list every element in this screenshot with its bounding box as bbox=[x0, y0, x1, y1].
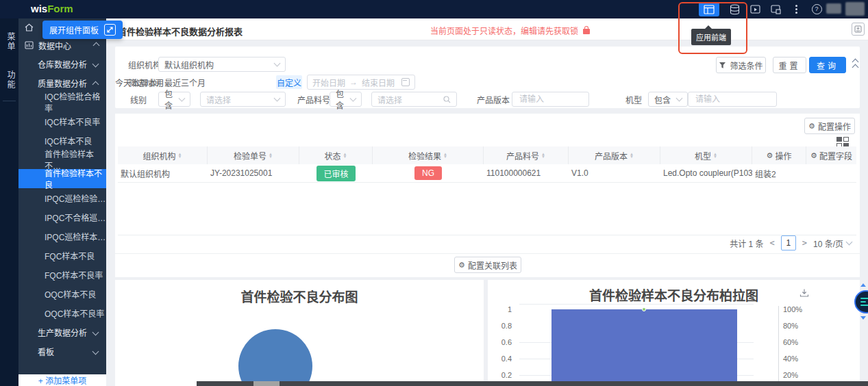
sidebar-item[interactable]: IPQC不合格巡… bbox=[18, 207, 106, 227]
y-axis-right-ticks: 100%80%60%40%20% bbox=[783, 280, 817, 386]
sidebar-item[interactable]: 首件检验样本不良 bbox=[18, 169, 106, 188]
help-icon[interactable]: ? bbox=[811, 4, 822, 15]
config-actions-button[interactable]: ⚙ 配置操作 bbox=[804, 118, 855, 134]
readonly-notice-text: 当前页面处于只读状态，编辑请先获取锁 bbox=[430, 25, 578, 36]
version-label: 产品版本 bbox=[471, 92, 510, 107]
table-header-cell[interactable]: ⚙ 状态 ▲▼ bbox=[299, 146, 373, 164]
topbar: wisForm ? bbox=[0, 0, 868, 18]
sort-icon: ▲▼ bbox=[630, 153, 634, 158]
page-header: 首件检验样本不良数据分析报表 当前页面处于只读状态，编辑请先获取锁 bbox=[106, 18, 868, 40]
material-operator-select[interactable]: 包含 bbox=[330, 92, 362, 107]
table-header-cell[interactable]: ⚙ 组织机构 ▲▼ bbox=[118, 146, 208, 164]
filter-conditions-button[interactable]: 筛选条件 bbox=[716, 57, 766, 73]
scrollbar-thumb[interactable] bbox=[253, 381, 280, 386]
date-range-picker[interactable]: 开始日期 → 结束日期 bbox=[307, 75, 415, 90]
result-badge: NG bbox=[414, 166, 442, 180]
home-icon bbox=[25, 23, 34, 31]
model-operator-select[interactable]: 包含 bbox=[648, 92, 688, 107]
line-operator-select[interactable]: 包含 bbox=[158, 92, 190, 107]
material-select[interactable]: 请选择 bbox=[371, 92, 457, 107]
expand-icon bbox=[104, 24, 116, 36]
page-number-button[interactable]: 1 bbox=[781, 235, 796, 250]
filter-panel: 组织机构 默认组织机构 筛选条件 重置 查询 筛选时间 bbox=[115, 47, 860, 108]
sidebar-item-label: 质量数据分析 bbox=[38, 77, 87, 89]
table-header-cell[interactable]: ⚙ 检验结果 ▲▼ bbox=[373, 146, 484, 164]
sidebar-item[interactable]: 看板 bbox=[18, 342, 106, 361]
sidebar-item-label: IPQC不合格巡… bbox=[45, 211, 106, 223]
gear-icon: ⚙ bbox=[458, 261, 465, 270]
app-frontend-icon[interactable] bbox=[699, 2, 719, 16]
y-axis-tick-label: 40% bbox=[783, 355, 798, 363]
sidebar-item[interactable]: OQC样本不良 bbox=[18, 284, 106, 303]
pareto-line-point bbox=[642, 307, 646, 311]
column-label: 检验单号 bbox=[234, 150, 266, 162]
y-axis-tick-label: 0.4 bbox=[501, 355, 512, 363]
sidebar-item[interactable]: 质量数据分析 bbox=[18, 73, 106, 92]
sidebar-item[interactable]: 生产数据分析 bbox=[18, 322, 106, 342]
table-empty-area bbox=[118, 183, 856, 235]
more-icon[interactable] bbox=[791, 4, 802, 15]
query-button[interactable]: 查询 bbox=[809, 57, 846, 73]
line-select[interactable]: 请选择 bbox=[200, 92, 286, 107]
table-header-cell[interactable]: ⚙ 配置字段 ▲▼ bbox=[806, 146, 856, 164]
sidebar-item[interactable]: IPQC巡检检验… bbox=[18, 188, 106, 207]
prev-page-button[interactable]: < bbox=[770, 238, 775, 248]
cell-material-no: 110100000621 bbox=[484, 168, 569, 178]
page-size-select[interactable]: 10 条/页 bbox=[813, 237, 852, 249]
collapse-filters-icon[interactable] bbox=[850, 57, 860, 72]
rail-divider bbox=[3, 101, 16, 101]
material-label: 产品料号 bbox=[292, 92, 330, 107]
sidebar-item[interactable]: IPQC巡检样本… bbox=[18, 227, 106, 246]
table-header-cell[interactable]: ⚙ 产品版本 ▲▼ bbox=[569, 146, 660, 164]
cell-extra: 组装2 bbox=[752, 168, 806, 179]
brand-logo[interactable]: wisForm bbox=[31, 3, 73, 14]
next-page-button[interactable]: > bbox=[802, 238, 807, 248]
pareto-chart-panel: 首件检验样本不良分布柏拉图 10.80.60.40.2 100%80%60%40… bbox=[488, 280, 860, 386]
sidebar-item[interactable]: FQC样本不良 bbox=[18, 246, 106, 265]
sidebar-item-label: OQC样本不良率 bbox=[45, 307, 104, 319]
org-select[interactable]: 默认组织机构 bbox=[158, 57, 286, 72]
add-menu-item-button[interactable]: + 添加菜单项 bbox=[18, 374, 106, 386]
reset-button[interactable]: 重置 bbox=[773, 57, 806, 73]
table-header-cell[interactable]: ⚙ 检验单号 ▲▼ bbox=[208, 146, 299, 164]
chevron-icon bbox=[92, 81, 99, 88]
funnel-icon bbox=[719, 62, 726, 69]
table-header-cell[interactable]: ⚙ 产品料号 ▲▼ bbox=[484, 146, 569, 164]
table-header-cell[interactable]: ⚙ 操作 ▲▼ bbox=[752, 146, 806, 164]
rail-tab-functions[interactable]: 功能 bbox=[5, 70, 16, 90]
data-center-icon bbox=[25, 41, 34, 49]
horizontal-scrollbar[interactable] bbox=[197, 381, 868, 386]
sidebar-item[interactable]: 仓库数据分析 bbox=[18, 54, 106, 73]
sidebar-item[interactable]: IQC检验批合格率 bbox=[18, 92, 106, 112]
sort-icon: ▲▼ bbox=[269, 153, 273, 158]
sidebar-item[interactable]: IQC样本不良 bbox=[18, 131, 106, 150]
config-linked-list-button[interactable]: ⚙ 配置关联列表 bbox=[454, 257, 521, 273]
sort-icon: ▲▼ bbox=[178, 153, 182, 158]
data-config-icon[interactable] bbox=[770, 4, 781, 15]
sidebar-item-label: IQC样本不良率 bbox=[45, 116, 100, 127]
time-option-list: 今天 本周 本月 最近三个月 bbox=[115, 75, 860, 90]
export-report-icon[interactable] bbox=[852, 23, 865, 36]
sidebar-item[interactable]: IQC样本不良率 bbox=[18, 112, 106, 131]
gear-icon: ⚙ bbox=[808, 122, 815, 131]
column-label: 组织机构 bbox=[143, 150, 176, 162]
sidebar-item-label: 数据中心 bbox=[38, 40, 71, 51]
expand-component-panel-button[interactable]: 展开组件面板 bbox=[42, 21, 123, 39]
table-row[interactable]: 默认组织机构 JY-20231025001 已审核 NG 11010000062… bbox=[118, 164, 856, 183]
chevron-down-icon bbox=[274, 60, 281, 67]
table-header-cell[interactable]: ⚙ 机型 ▲▼ bbox=[660, 146, 752, 164]
column-label: 产品料号 bbox=[506, 150, 539, 162]
sidebar-item[interactable]: 首件检验样本不… bbox=[18, 150, 106, 169]
search-icon bbox=[443, 96, 451, 103]
model-input[interactable] bbox=[688, 92, 777, 107]
rail-tab-menu[interactable]: 菜单 bbox=[5, 32, 16, 51]
screen-preview-icon[interactable] bbox=[749, 4, 760, 15]
y-axis-tick-label: 0.6 bbox=[501, 338, 512, 346]
time-option[interactable]: 最近三个月 bbox=[164, 77, 206, 88]
sidebar-item[interactable]: FQC样本不良率 bbox=[18, 265, 106, 284]
time-option-custom[interactable]: 自定义 bbox=[276, 75, 302, 89]
version-input[interactable] bbox=[512, 92, 589, 107]
expand-panel-label: 展开组件面板 bbox=[49, 24, 99, 36]
sidebar-item[interactable]: OQC样本不良率 bbox=[18, 303, 106, 322]
database-icon[interactable] bbox=[729, 4, 740, 15]
